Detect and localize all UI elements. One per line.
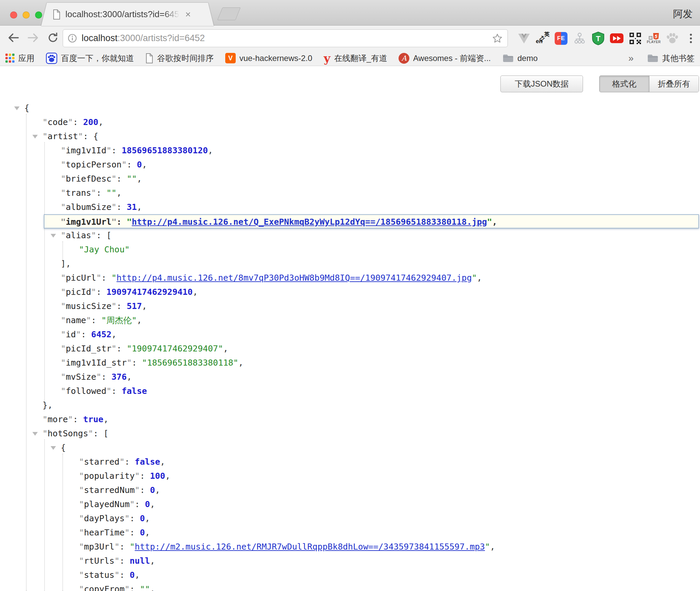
new-tab-button[interactable] xyxy=(217,7,240,20)
folder-icon xyxy=(502,54,514,63)
json-key: starred xyxy=(84,457,119,467)
json-line: "mvSize": 376, xyxy=(0,370,700,384)
json-value-link[interactable]: http://p4.music.126.net/8mv7qP30Pd3oHW8b… xyxy=(117,273,472,283)
bookmark-item[interactable]: y在线翻译_有道 xyxy=(324,53,387,64)
json-colon: : xyxy=(132,358,142,368)
browser-tab[interactable]: localhost:3000/artists?id=645 × xyxy=(41,3,214,26)
json-line: "Jay Chou" xyxy=(0,243,700,257)
json-value-string: "Jay Chou" xyxy=(79,245,130,254)
collapse-toggle-icon[interactable] xyxy=(14,106,20,110)
close-window-icon[interactable] xyxy=(10,11,17,19)
bookmark-item[interactable]: 谷歌按时间排序 xyxy=(145,53,214,64)
json-colon: : xyxy=(124,457,135,467)
collapse-toggle-icon[interactable] xyxy=(51,234,56,238)
bookmark-item[interactable]: 百度一下，你就知道 xyxy=(46,53,134,64)
json-key: id xyxy=(66,330,76,339)
fe-helper-icon[interactable]: FE xyxy=(554,31,568,46)
other-bookmarks-folder[interactable]: 其他书签 xyxy=(647,53,695,64)
json-key-quote: " xyxy=(79,584,84,591)
minimize-window-icon[interactable] xyxy=(23,11,30,19)
bookmark-label: 在线翻译_有道 xyxy=(334,53,387,64)
collapse-all-button[interactable]: 折叠所有 xyxy=(649,76,699,92)
forward-button[interactable] xyxy=(27,33,39,44)
json-key-quote: " xyxy=(86,315,91,325)
bookmark-item[interactable]: demo xyxy=(502,54,538,63)
apps-grid-icon xyxy=(5,54,14,63)
json-viewer: {"code": 200,"artist": {"img1v1Id": 1856… xyxy=(0,101,700,591)
json-value-number: null xyxy=(130,556,150,566)
bookmarks-overflow-chevron[interactable]: » xyxy=(628,53,634,64)
html5-player-icon[interactable]: 5 PLAYER xyxy=(647,31,661,46)
json-key-quote: " xyxy=(124,584,129,591)
json-comma: , xyxy=(160,457,165,467)
browser-menu-icon[interactable] xyxy=(684,31,698,46)
tab-close-icon[interactable]: × xyxy=(185,10,191,19)
json-key: albumSize xyxy=(66,202,111,212)
json-colon: : xyxy=(81,330,91,339)
json-colon: : xyxy=(73,414,83,424)
json-line: }, xyxy=(0,398,700,412)
json-value-link[interactable]: http://m2.music.126.net/RMJR7wDullRqppBk… xyxy=(135,542,485,552)
address-bar[interactable]: localhost:3000/artists?id=6452 xyxy=(63,29,508,47)
json-line: "id": 6452, xyxy=(0,328,700,342)
tampermonkey-shield-icon[interactable]: T xyxy=(591,31,605,46)
format-button[interactable]: 格式化 xyxy=(600,76,649,92)
json-key: playedNum xyxy=(84,499,129,509)
json-comma: , xyxy=(155,485,160,495)
bookmark-label: vue-hackernews-2.0 xyxy=(239,54,312,63)
collapse-toggle-icon[interactable] xyxy=(32,135,38,138)
json-key-quote: " xyxy=(61,287,66,297)
json-key-quote: " xyxy=(122,160,127,169)
back-button[interactable] xyxy=(7,33,20,44)
json-key: alias xyxy=(66,230,91,240)
json-key-quote: " xyxy=(42,414,48,424)
url-text[interactable]: localhost:3000/artists?id=6452 xyxy=(82,33,205,43)
youdao-icon: y xyxy=(324,53,330,64)
reload-button[interactable] xyxy=(47,32,59,45)
json-value-link[interactable]: http://p4.music.126.net/Q_ExePNkmqB2yWyL… xyxy=(132,217,487,227)
json-comma: , xyxy=(137,315,142,325)
vue-icon: V xyxy=(225,53,236,63)
bookmark-item[interactable]: Vvue-hackernews-2.0 xyxy=(225,53,312,63)
json-comma: , xyxy=(135,570,140,580)
json-key-quote: " xyxy=(135,471,140,481)
json-key: hearTime xyxy=(84,528,124,537)
json-comma: , xyxy=(145,514,150,523)
translate-icon[interactable]: 英 ⇄ en xyxy=(535,31,550,46)
sitemap-icon[interactable] xyxy=(573,31,587,46)
json-comma: , xyxy=(104,414,109,424)
json-colon: : xyxy=(130,584,140,591)
collapse-toggle-icon[interactable] xyxy=(51,446,56,450)
collapse-toggle-icon[interactable] xyxy=(32,432,38,436)
json-line: "hearTime": 0, xyxy=(0,526,700,540)
json-colon: : xyxy=(119,556,129,566)
json-colon: : xyxy=(117,174,127,184)
tab-title-fade xyxy=(164,9,179,20)
json-line: "playedNum": 0, xyxy=(0,497,700,511)
json-key-quote: " xyxy=(79,485,84,495)
paw-icon[interactable] xyxy=(665,31,679,46)
json-key-quote: " xyxy=(42,131,48,141)
download-json-button[interactable]: 下载JSON数据 xyxy=(500,75,583,92)
json-line: "rtUrls": null, xyxy=(0,554,700,568)
json-value-number: 517 xyxy=(127,301,142,311)
json-bracket: { xyxy=(61,443,66,453)
json-comma: , xyxy=(223,344,228,353)
bookmark-item[interactable]: 应用 xyxy=(5,53,34,64)
json-line: "copyFrom": "", xyxy=(0,582,700,591)
json-string-quote: " xyxy=(485,542,490,552)
site-info-icon[interactable] xyxy=(68,34,77,43)
bookmark-item[interactable]: AAwesomes - 前端资... xyxy=(399,53,491,64)
video-speed-icon[interactable] xyxy=(610,31,624,46)
qr-code-icon[interactable] xyxy=(628,31,642,46)
json-key: name xyxy=(66,315,86,325)
json-key: musicSize xyxy=(66,301,111,311)
json-colon: : xyxy=(140,471,150,481)
json-key: topicPerson xyxy=(66,160,122,169)
vue-devtools-icon[interactable] xyxy=(517,31,531,46)
json-colon: : xyxy=(117,217,127,227)
profile-name[interactable]: 阿发 xyxy=(673,7,693,21)
bookmark-star-icon[interactable] xyxy=(492,33,503,44)
page-file-icon xyxy=(53,9,61,20)
json-key-quote: " xyxy=(91,188,96,198)
